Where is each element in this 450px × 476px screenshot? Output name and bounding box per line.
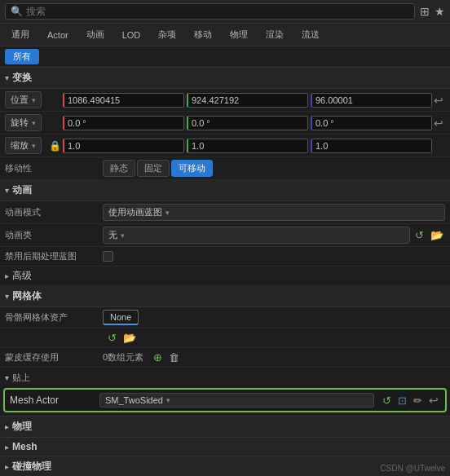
anim-class-dropdown[interactable]: 无 ▾ bbox=[103, 227, 410, 244]
rotation-z-field[interactable] bbox=[311, 116, 432, 130]
advanced-label: 高级 bbox=[12, 269, 32, 283]
anim-class-value: 无 ▾ ↺ 📂 bbox=[103, 227, 445, 244]
position-y-field[interactable] bbox=[187, 93, 308, 108]
position-dropdown-arrow: ▾ bbox=[32, 96, 36, 104]
skeletal-mesh-browse-icon[interactable]: 📂 bbox=[121, 331, 138, 345]
mesh-section-header[interactable]: ▾ 网格体 bbox=[0, 286, 450, 307]
skeletal-mesh-row: 骨骼网格体资产 None bbox=[0, 307, 450, 328]
mobility-fixed-button[interactable]: 固定 bbox=[137, 160, 170, 177]
morph-cache-value: 0数组元素 ⊕ 🗑 bbox=[103, 350, 445, 364]
scale-z-field[interactable] bbox=[311, 139, 432, 153]
scale-y-field[interactable] bbox=[187, 139, 308, 153]
position-row: 位置 ▾ ↩ bbox=[0, 89, 450, 112]
mesh-actor-section: ▾ 贴上 Mesh Actor SM_TwoSided ▾ ↺ ⊡ ✏ ↩ bbox=[0, 368, 450, 416]
mesh-actor-dropdown[interactable]: SM_TwoSided ▾ bbox=[99, 393, 374, 408]
position-z-field[interactable] bbox=[311, 93, 432, 108]
disable-post-checkbox[interactable] bbox=[103, 251, 113, 262]
mesh-actor-row: Mesh Actor SM_TwoSided ▾ ↺ ⊡ ✏ ↩ bbox=[3, 388, 447, 412]
position-label-area: 位置 ▾ bbox=[5, 91, 63, 108]
advanced-row[interactable]: ▸ 高级 bbox=[0, 267, 450, 286]
scale-dropdown[interactable]: 缩放 ▾ bbox=[5, 137, 42, 154]
mesh-actor-reset-button[interactable]: ↩ bbox=[427, 394, 440, 407]
mesh-collapse-arrow: ▾ bbox=[5, 292, 9, 301]
anim-mode-text: 使用动画蓝图 bbox=[108, 206, 162, 218]
tab-misc[interactable]: 杂项 bbox=[150, 26, 184, 43]
scale-x-field[interactable] bbox=[63, 139, 184, 153]
anim-mode-label: 动画模式 bbox=[5, 206, 103, 218]
tab-row: 通用 Actor 动画 LOD 杂项 移动 物理 渲染 流送 bbox=[0, 24, 450, 46]
mobility-static-button[interactable]: 静态 bbox=[103, 160, 135, 177]
anim-class-text: 无 bbox=[108, 229, 117, 241]
skeletal-mesh-actions: ↺ 📂 bbox=[106, 331, 445, 345]
tab-actor[interactable]: Actor bbox=[39, 26, 77, 43]
anim-class-refresh-icon[interactable]: ↺ bbox=[413, 228, 426, 242]
search-box[interactable]: 🔍 bbox=[5, 3, 415, 20]
mesh-section-title: 网格体 bbox=[12, 289, 42, 303]
mesh-section-content: 骨骼网格体资产 None ↺ 📂 蒙皮缓存使用 0数组元素 ⊕ 🗑 bbox=[0, 307, 450, 368]
morph-cache-text: 0数组元素 bbox=[103, 351, 143, 364]
mesh2-section-title: Mesh bbox=[12, 441, 38, 452]
rotation-x-field[interactable] bbox=[63, 116, 184, 130]
mesh-actor-edit-icon[interactable]: ✏ bbox=[412, 394, 424, 408]
tab-movement[interactable]: 移动 bbox=[186, 26, 220, 43]
mobility-values: 静态 固定 可移动 bbox=[103, 160, 445, 177]
tab-physics[interactable]: 物理 bbox=[222, 26, 256, 43]
mesh2-collapse-arrow: ▸ bbox=[5, 443, 9, 452]
mesh-actor-refresh-icon[interactable]: ↺ bbox=[381, 394, 393, 408]
morph-cache-label: 蒙皮缓存使用 bbox=[5, 351, 103, 364]
mesh-actor-nav-icon[interactable]: ⊡ bbox=[396, 394, 408, 408]
anim-mode-value: 使用动画蓝图 ▾ bbox=[103, 204, 445, 221]
position-x-field[interactable] bbox=[63, 93, 184, 108]
transform-section-content: 位置 ▾ ↩ 旋转 ▾ ↩ bbox=[0, 89, 450, 180]
morph-cache-delete-icon[interactable]: 🗑 bbox=[167, 350, 181, 364]
filter-all-button[interactable]: 所有 bbox=[5, 49, 39, 64]
search-input[interactable] bbox=[26, 6, 409, 17]
grid-icon[interactable]: ⊞ bbox=[420, 5, 430, 18]
tab-lod[interactable]: LOD bbox=[114, 26, 149, 43]
anim-class-browse-icon[interactable]: 📂 bbox=[429, 228, 445, 242]
mobility-movable-button[interactable]: 可移动 bbox=[171, 160, 213, 177]
transform-section-title: 变换 bbox=[12, 71, 32, 85]
transform-section-header[interactable]: ▾ 变换 bbox=[0, 68, 450, 89]
anim-class-row: 动画类 无 ▾ ↺ 📂 bbox=[0, 224, 450, 247]
rotation-label-area: 旋转 ▾ bbox=[5, 114, 63, 131]
skeletal-mesh-none-button[interactable]: None bbox=[103, 310, 139, 325]
skeletal-mesh-refresh-icon[interactable]: ↺ bbox=[106, 331, 118, 345]
top-bar: 🔍 ⊞ ★ bbox=[0, 0, 450, 24]
scale-values bbox=[63, 139, 432, 153]
mobility-buttons: 静态 固定 可移动 bbox=[103, 160, 213, 177]
position-values bbox=[63, 93, 432, 108]
mobility-label: 移动性 bbox=[5, 162, 103, 174]
anim-mode-arrow: ▾ bbox=[165, 209, 170, 217]
tab-render[interactable]: 渲染 bbox=[258, 26, 292, 43]
rotation-reset-button[interactable]: ↩ bbox=[432, 117, 445, 130]
rotation-y-field[interactable] bbox=[187, 116, 308, 130]
tab-general[interactable]: 通用 bbox=[3, 26, 38, 43]
star-icon[interactable]: ★ bbox=[435, 5, 445, 18]
mesh-actor-dropdown-arrow: ▾ bbox=[166, 396, 170, 404]
filter-row: 所有 bbox=[0, 46, 450, 68]
tab-stream[interactable]: 流送 bbox=[293, 26, 328, 43]
mesh2-section-header[interactable]: ▸ Mesh bbox=[0, 438, 450, 456]
transform-collapse-arrow: ▾ bbox=[5, 73, 9, 82]
top-icons: ⊞ ★ bbox=[420, 5, 445, 18]
mesh-actor-label: Mesh Actor bbox=[10, 394, 99, 406]
tab-animation[interactable]: 动画 bbox=[78, 26, 112, 43]
scale-row: 缩放 ▾ 🔒 ↩ bbox=[0, 134, 450, 157]
position-dropdown[interactable]: 位置 ▾ bbox=[5, 91, 42, 108]
animation-section-title: 动画 bbox=[12, 183, 32, 197]
mesh-actor-section-label: 贴上 bbox=[12, 372, 30, 384]
watermark: CSDN @UTwelve bbox=[380, 464, 445, 473]
anim-class-arrow: ▾ bbox=[121, 231, 125, 240]
rotation-values bbox=[63, 116, 432, 130]
mesh-actor-section-collapse-arrow: ▾ bbox=[5, 373, 9, 382]
search-icon: 🔍 bbox=[11, 6, 23, 17]
rotation-dropdown[interactable]: 旋转 ▾ bbox=[5, 114, 42, 131]
position-reset-button[interactable]: ↩ bbox=[432, 94, 445, 107]
animation-section-header[interactable]: ▾ 动画 bbox=[0, 180, 450, 201]
morph-cache-add-icon[interactable]: ⊕ bbox=[152, 350, 164, 364]
physics-section-header[interactable]: ▸ 物理 bbox=[0, 416, 450, 438]
anim-mode-dropdown[interactable]: 使用动画蓝图 ▾ bbox=[103, 204, 445, 221]
scale-lock-icon[interactable]: 🔒 bbox=[47, 140, 63, 152]
animation-section-content: 动画模式 使用动画蓝图 ▾ 动画类 无 ▾ ↺ 📂 禁用后期处理蓝图 bbox=[0, 201, 450, 267]
